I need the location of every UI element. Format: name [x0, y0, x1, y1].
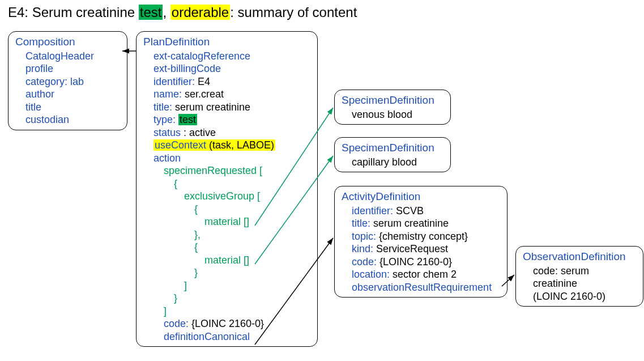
plan-line-type: type: test — [143, 113, 310, 126]
obs-line: (LOINC 2160-0) — [523, 290, 636, 303]
plan-brace: { — [143, 241, 310, 254]
plan-line: title: serum creatinine — [143, 101, 310, 114]
composition-line: CatalogHeader profile — [15, 50, 120, 75]
plan-brace: ] — [143, 279, 310, 292]
spec1-head: SpecimenDefinition — [342, 94, 443, 107]
plan-brace: ] — [143, 305, 310, 318]
spec2-body: capillary blood — [342, 156, 443, 169]
composition-line: author — [15, 88, 120, 101]
act-line: location: sector chem 2 — [342, 268, 500, 281]
plan-line-usecontext: useContext (task, LABOE) — [143, 139, 310, 152]
composition-line: title — [15, 101, 120, 114]
plan-specimen-requested: specimenRequested [ — [143, 164, 310, 177]
spec2-head: SpecimenDefinition — [342, 141, 443, 155]
plan-material-2: material [] — [143, 254, 310, 267]
plan-exclusive-group: exclusiveGroup [ — [143, 190, 310, 203]
plan-brace: { — [143, 177, 310, 190]
composition-head: Composition — [15, 35, 120, 49]
box-activitydefinition: ActivityDefinition identifier: SCVB titl… — [334, 186, 507, 298]
act-line: code: {LOINC 2160-0} — [342, 256, 500, 269]
plan-line: action — [143, 152, 310, 165]
box-specimendefinition-1: SpecimenDefinition venous blood — [334, 90, 451, 125]
title-highlight-orderable: orderable — [170, 5, 230, 20]
box-specimendefinition-2: SpecimenDefinition capillary blood — [334, 137, 451, 172]
act-obsreq: observationResultRequirement — [342, 281, 500, 294]
plan-brace: { — [143, 203, 310, 216]
obs-head: ObservationDefinition — [523, 250, 636, 264]
diagram-canvas: E4: Serum creatinine test, orderable: su… — [0, 0, 644, 361]
plan-material-1: material [] — [143, 215, 310, 228]
plan-brace: } — [143, 266, 310, 279]
box-observationdefinition: ObservationDefinition code: serum creati… — [515, 246, 643, 307]
act-head: ActivityDefinition — [342, 190, 500, 203]
obs-line: code: serum creatinine — [523, 265, 636, 290]
plan-code: code: {LOINC 2160-0} — [143, 317, 310, 330]
act-line: identifier: SCVB — [342, 205, 500, 218]
plan-defcanonical: definitionCanonical — [143, 330, 310, 343]
page-title: E4: Serum creatinine test, orderable: su… — [8, 5, 357, 20]
box-plandefinition: PlanDefinition ext-catalogReference ext-… — [136, 31, 318, 347]
plan-head: PlanDefinition — [143, 35, 310, 49]
act-line: kind: ServiceRequest — [342, 243, 500, 256]
title-prefix: E4: Serum creatinine — [8, 5, 139, 20]
act-line: title: serum creatinine — [342, 217, 500, 230]
composition-line: category: lab — [15, 75, 120, 88]
spec1-body: venous blood — [342, 108, 443, 121]
plan-line: identifier: E4 — [143, 75, 310, 88]
title-suffix: : summary of content — [230, 5, 357, 20]
composition-line: custodian — [15, 113, 120, 126]
title-mid: , — [163, 5, 170, 20]
plan-brace: }, — [143, 228, 310, 241]
plan-line: ext-billingCode — [143, 62, 310, 75]
plan-line: name: ser.creat — [143, 88, 310, 101]
plan-line: ext-catalogReference — [143, 50, 310, 63]
plan-line: status : active — [143, 126, 310, 139]
title-highlight-test: test — [139, 5, 163, 20]
box-composition: Composition CatalogHeader profile catego… — [8, 31, 127, 130]
act-line: topic: {chemistry concept} — [342, 230, 500, 243]
plan-brace: } — [143, 292, 310, 305]
